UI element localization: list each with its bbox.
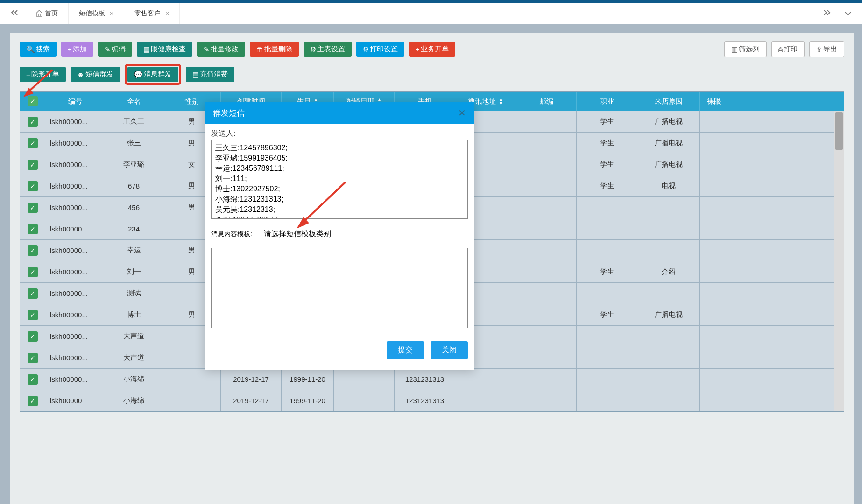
cell-zip [516,197,577,218]
cell-reason [637,326,700,347]
tabs-dropdown[interactable] [838,8,858,18]
row-checkbox[interactable]: ✓ [20,283,45,304]
cell-name: 678 [105,175,163,196]
recharge-button[interactable]: ▤充值消费 [186,67,234,82]
modal-close-button[interactable]: ✕ [458,107,466,119]
row-checkbox[interactable]: ✓ [20,326,45,347]
cell-eye [700,304,728,325]
cell-eye [700,154,728,175]
table-settings-button[interactable]: ⚙主表设置 [304,42,352,57]
cell-eye [700,283,728,304]
print-button[interactable]: ⎙打印 [771,41,805,57]
tabs-scroll-right[interactable] [816,8,838,18]
sms-broadcast-button[interactable]: ☻短信群发 [71,67,120,82]
cell-eye [700,240,728,261]
cell-eye [700,390,728,411]
cell-job: 学生 [577,111,637,132]
row-checkbox[interactable]: ✓ [20,347,45,368]
cell-name: 王久三 [105,111,163,132]
cell-id: lskh00000... [45,261,105,282]
recipients-textarea[interactable] [211,140,468,219]
list-icon: ▤ [143,45,150,54]
cell-eye [700,197,728,218]
cell-id: lskh00000... [45,304,105,325]
cell-phone: 1231231313 [395,390,455,411]
close-icon[interactable]: × [110,10,113,17]
add-button[interactable]: +添加 [61,42,93,57]
cell-zip [516,261,577,282]
close-icon[interactable]: × [165,10,169,17]
edit-button[interactable]: ✎编辑 [98,42,132,57]
table-row[interactable]: ✓lskh00000小海绵2019-12-171999-11-201231231… [20,390,844,411]
col-id[interactable]: 编号 [45,92,105,111]
tab-label: 零售客户 [134,9,161,18]
filter-columns-button[interactable]: ▥筛选列 [724,41,767,57]
scrollbar-thumb[interactable] [835,112,843,150]
tabs-scroll-left[interactable] [4,8,25,18]
row-checkbox[interactable]: ✓ [20,304,45,325]
template-label: 消息内容模板: [211,230,252,238]
row-checkbox[interactable]: ✓ [20,218,45,239]
table-row[interactable]: ✓lskh00000...小海绵2019-12-171999-11-201231… [20,368,844,390]
cell-reason [637,218,700,239]
row-checkbox[interactable]: ✓ [20,111,45,132]
cell-job: 学生 [577,175,637,196]
batch-delete-button[interactable]: 🗑批量删除 [250,42,299,57]
row-checkbox[interactable]: ✓ [20,175,45,196]
tab-home[interactable]: 首页 [25,3,69,24]
close-button[interactable]: 关闭 [431,341,468,359]
annotation-highlight: 💬消息群发 [125,64,181,85]
message-content-area[interactable] [211,248,468,328]
submit-button[interactable]: 提交 [387,341,424,359]
cell-name: 幸运 [105,240,163,261]
tab-sms-template[interactable]: 短信模板 × [69,3,124,24]
cell-name: 测试 [105,283,163,304]
col-zip[interactable]: 邮编 [516,92,577,111]
cell-reason: 介绍 [637,261,700,282]
msg-broadcast-button[interactable]: 💬消息群发 [127,67,178,82]
row-checkbox[interactable]: ✓ [20,240,45,261]
tab-retail-customer[interactable]: 零售客户 × [124,3,180,24]
row-checkbox[interactable]: ✓ [20,390,45,411]
cell-eye [700,326,728,347]
batch-edit-button[interactable]: ✎批量修改 [197,42,245,57]
row-checkbox[interactable]: ✓ [20,261,45,282]
row-checkbox[interactable]: ✓ [20,197,45,218]
check-icon: ✓ [28,331,38,342]
row-checkbox[interactable]: ✓ [20,154,45,175]
print-icon: ⎙ [778,45,783,53]
row-checkbox[interactable]: ✓ [20,369,45,390]
cell-id: lskh00000... [45,154,105,175]
sender-label: 发送人: [211,129,468,139]
eye-health-button[interactable]: ▤眼健康检查 [137,42,192,57]
vertical-scrollbar[interactable] [834,111,844,411]
cell-fit [334,390,395,411]
hidden-order-button[interactable]: +隐形开单 [20,67,66,82]
cell-name: 大声道 [105,326,163,347]
export-button[interactable]: ⇪导出 [809,41,844,57]
export-icon: ⇪ [816,45,822,54]
cell-name: 李亚璐 [105,154,163,175]
business-order-button[interactable]: +业务开单 [409,42,455,57]
cell-eye [700,175,728,196]
cell-name: 456 [105,197,163,218]
cell-id: lskh00000... [45,175,105,196]
col-job[interactable]: 职业 [577,92,637,111]
check-icon: ✓ [28,353,38,363]
plus-icon: + [416,45,420,53]
sort-icon: ▲▼ [499,98,503,105]
col-eye[interactable]: 裸眼 [700,92,728,111]
cell-zip [516,218,577,239]
cell-job [577,369,637,390]
search-button[interactable]: 🔍搜索 [20,42,57,57]
card-icon: ▤ [192,70,199,79]
print-settings-button[interactable]: ⚙打印设置 [356,42,404,57]
cell-create: 2019-12-17 [221,369,282,390]
cell-name: 刘一 [105,261,163,282]
col-reason[interactable]: 来店原因 [637,92,700,111]
check-icon: ✓ [28,224,38,234]
select-all-header[interactable]: ✓ [20,92,45,111]
col-name[interactable]: 全名 [105,92,163,111]
template-select[interactable]: 请选择短信模板类别 [258,226,346,242]
row-checkbox[interactable]: ✓ [20,133,45,154]
